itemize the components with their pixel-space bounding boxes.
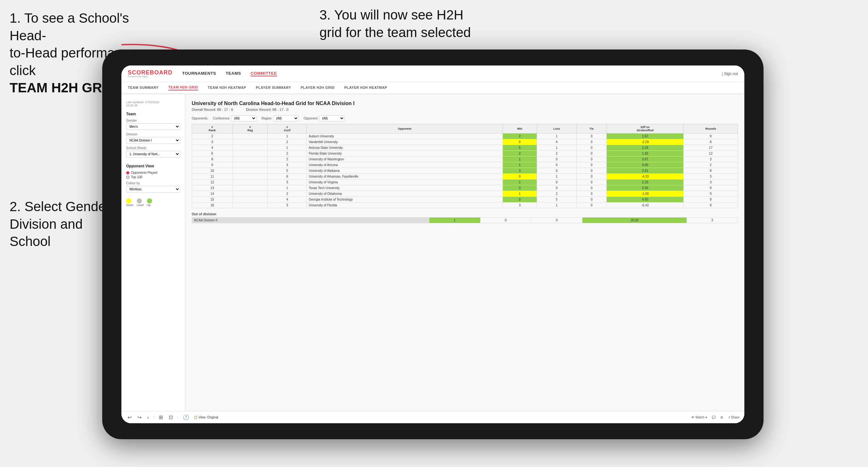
cell-diff: -2.29: [607, 139, 684, 145]
cell-opponent: University of Arizona: [307, 162, 502, 168]
col-rounds: Rounds: [684, 124, 738, 133]
cell-rank: 3: [192, 139, 233, 145]
cell-rounds: 3: [684, 157, 738, 162]
cell-rounds: 9: [684, 197, 738, 203]
cell-conf: 2: [268, 151, 307, 157]
cell-rank: 12: [192, 180, 233, 185]
cell-win: 1: [502, 180, 537, 185]
cell-opponent: Arizona State University: [307, 145, 502, 151]
cell-conf: 2: [268, 157, 307, 162]
table-row: 14 2 University of Oklahoma 1 2 0 -1.00 …: [192, 191, 738, 197]
cell-loss: 4: [537, 139, 577, 145]
cell-rank: 2: [192, 133, 233, 139]
copy-btn[interactable]: ⊞: [157, 414, 164, 421]
watch-btn[interactable]: 👁 Watch ▾: [691, 415, 707, 419]
cell-opponent: University of Virginia: [307, 180, 502, 185]
redo-btn[interactable]: ↪: [136, 414, 143, 421]
nav-link-tournaments[interactable]: TOURNAMENTS: [182, 71, 216, 76]
table-row: 11 6 University of Arkansas, Fayettevill…: [192, 174, 738, 180]
cell-loss: 0: [537, 157, 577, 162]
cell-rank: 10: [192, 168, 233, 174]
cell-diff: -4.33: [607, 174, 684, 180]
cell-reg: [232, 203, 268, 208]
cell-win: 0: [502, 197, 537, 203]
sub-nav-player-summary[interactable]: PLAYER SUMMARY: [256, 86, 291, 90]
cell-tie: 0: [577, 185, 607, 191]
sub-nav-player-h2h-heatmap[interactable]: PLAYER H2H HEATMAP: [344, 86, 387, 90]
cell-win: 3: [502, 203, 537, 208]
tablet-device: SCOREBOARD Powered by clippi TOURNAMENTS…: [102, 50, 764, 439]
radio-top-100[interactable]: Top 100: [126, 175, 180, 179]
share-btn[interactable]: ↗ Share: [728, 415, 740, 419]
out-division-win: 1: [429, 218, 480, 223]
cell-loss: 2: [537, 191, 577, 197]
cell-loss: 2: [537, 151, 577, 157]
cell-rounds: 9: [684, 203, 738, 208]
sub-nav: TEAM SUMMARY TEAM H2H GRID TEAM H2H HEAT…: [121, 82, 744, 94]
table-row: 15 4 Georgia Institute of Technology 0 5…: [192, 197, 738, 203]
annotation-1-highlight: TEAM H2H GRID: [9, 80, 115, 95]
cell-rank: 4: [192, 145, 233, 151]
school-select[interactable]: 1. University of Nort...: [126, 151, 180, 157]
cell-loss: 1: [537, 203, 577, 208]
conference-filter: Conference (All): [213, 115, 257, 121]
cell-tie: 0: [577, 180, 607, 185]
cell-diff: 2.33: [607, 180, 684, 185]
cell-reg: [232, 157, 268, 162]
sub-nav-team-h2h-heatmap[interactable]: TEAM H2H HEATMAP: [208, 86, 246, 90]
cell-diff: 1.67: [607, 133, 684, 139]
cell-rounds: 3: [684, 180, 738, 185]
col-rank: #Rank: [192, 124, 233, 133]
toolbar-right: 👁 Watch ▾ 💬 ⊞ ↗ Share: [691, 415, 740, 419]
comment-btn[interactable]: 💬: [712, 415, 716, 419]
filter-row: Opponents: Conference (All) Region (All): [192, 115, 738, 121]
cell-diff: -1.00: [607, 191, 684, 197]
cell-opponent: University of Washington: [307, 157, 502, 162]
clock-btn[interactable]: 🕐: [182, 414, 190, 421]
sub-nav-team-h2h-grid[interactable]: TEAM H2H GRID: [168, 85, 198, 90]
nav-link-committee[interactable]: COMMITTEE: [250, 71, 277, 76]
table-row: 6 2 Florida State University 2 2 0 1.83 …: [192, 151, 738, 157]
sign-out[interactable]: | Sign out: [722, 71, 738, 76]
cell-conf: 5: [268, 168, 307, 174]
cell-reg: [232, 197, 268, 203]
radio-opponents-played[interactable]: Opponents Played: [126, 171, 180, 175]
undo-btn[interactable]: ↩: [126, 414, 133, 421]
cell-conf: 1: [268, 145, 307, 151]
cell-win: 1: [502, 191, 537, 197]
grid-title: University of North Carolina Head-to-Hea…: [192, 101, 738, 106]
cell-conf: 6: [268, 174, 307, 180]
colour-by-select[interactable]: Win/loss: [126, 186, 180, 193]
gender-label: Gender: [126, 119, 180, 122]
cell-rank: 15: [192, 197, 233, 203]
region-select[interactable]: (All): [273, 115, 299, 121]
share-options-btn[interactable]: ⊞: [720, 415, 723, 419]
opponent-select[interactable]: (All): [319, 115, 345, 121]
sub-nav-team-summary[interactable]: TEAM SUMMARY: [128, 86, 159, 90]
cell-tie: 0: [577, 157, 607, 162]
cell-loss: 0: [537, 162, 577, 168]
sub-nav-player-h2h-grid[interactable]: PLAYER H2H GRID: [301, 86, 335, 90]
cell-diff: 2.29: [607, 145, 684, 151]
cell-tie: 0: [577, 139, 607, 145]
cell-rounds: 12: [684, 151, 738, 157]
col-opponent: Opponent: [307, 124, 502, 133]
paste-btn[interactable]: ⊡: [167, 414, 174, 421]
view-original[interactable]: 📋 View: Original: [194, 415, 219, 419]
gender-select[interactable]: Men's: [126, 123, 180, 130]
opponent-view-title: Opponent View: [126, 164, 180, 168]
division-select[interactable]: NCAA Division I: [126, 137, 180, 144]
overall-record: Overall Record: 89 - 17 - 0: [192, 107, 233, 112]
conference-select[interactable]: (All): [231, 115, 256, 121]
out-division-table: NCAA Division II 1 0 0 26.00 3: [192, 217, 738, 223]
table-row: 9 3 University of Arizona 1 0 0 9.00 2: [192, 162, 738, 168]
cell-diff: 2.61: [607, 168, 684, 174]
table-row: 2 1 Auburn University 2 1 0 1.67 9: [192, 133, 738, 139]
cell-win: 5: [502, 145, 537, 151]
cell-tie: 0: [577, 162, 607, 168]
back-btn[interactable]: ‹: [146, 414, 150, 421]
school-label: School (Rank): [126, 146, 180, 150]
nav-link-teams[interactable]: TEAMS: [225, 71, 241, 76]
cell-opponent: Vanderbilt University: [307, 139, 502, 145]
cell-loss: 1: [537, 145, 577, 151]
